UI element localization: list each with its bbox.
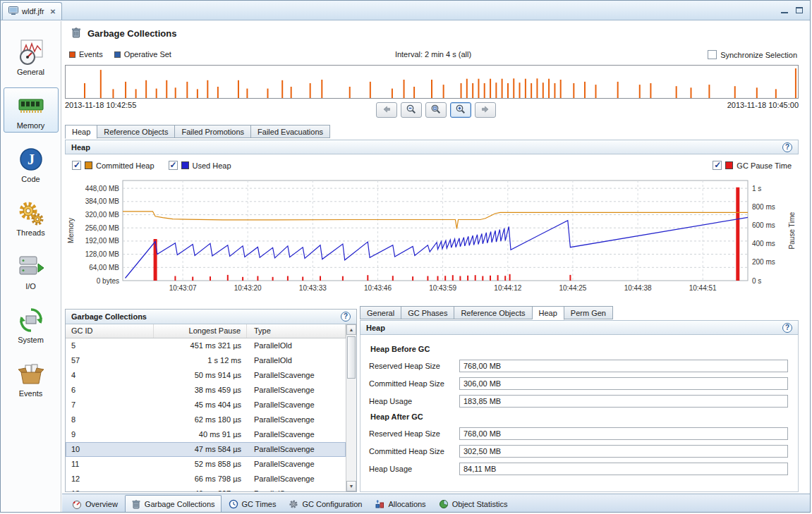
editor-tab-bar: wldf.jfr ✕ (1, 1, 810, 20)
zoom-out-button[interactable] (401, 102, 422, 118)
zoom-selection-button[interactable] (425, 102, 447, 118)
series-checkbox[interactable] (72, 161, 81, 170)
column-header-gc-id[interactable]: GC ID (66, 324, 154, 338)
bottom-tab-garbage-collections[interactable]: Garbage Collections (125, 495, 222, 512)
field-value[interactable]: 768,00 MB (459, 360, 788, 372)
cell-longest-pause: 40 ms 91 µs (154, 427, 247, 442)
app-window: wldf.jfr ✕ GeneralMemoryJCodeThreadsI/OS… (0, 0, 811, 513)
code-icon: J (17, 145, 45, 173)
trash-icon (71, 27, 82, 40)
threads-icon (17, 199, 45, 227)
gc-config-icon (289, 499, 298, 509)
table-row[interactable]: 940 ms 91 µsParallelScavenge (66, 427, 346, 442)
gc-table-title: Garbage Collections (71, 312, 147, 321)
series-label: GC Pause Time (737, 161, 792, 170)
cell-type: ParallelScavenge (247, 457, 346, 472)
scroll-up-icon[interactable]: ▲ (346, 324, 356, 335)
tab-reference-objects[interactable]: Reference Objects (97, 125, 175, 138)
bottom-tab-label: Overview (85, 500, 118, 508)
bottom-tab-gc-times[interactable]: GC Times (223, 496, 282, 512)
table-row[interactable]: 1346 ms 307 µsParallelScavenge (66, 487, 346, 491)
series-checkbox[interactable] (713, 161, 722, 170)
sidebar-item-events[interactable]: Events (4, 355, 59, 400)
zoom-selection-icon (430, 104, 442, 116)
table-row[interactable]: 571 s 12 msParallelOld (66, 353, 346, 368)
detail-tab-heap[interactable]: Heap (533, 306, 564, 320)
field-value[interactable]: 84,11 MB (459, 463, 788, 475)
maximize-icon[interactable] (796, 7, 803, 13)
svg-text:448,00 MB: 448,00 MB (85, 185, 120, 192)
table-scrollbar[interactable]: ▲ ▼ (346, 324, 356, 491)
series-toggle-gc-pause-time: GC Pause Time (713, 161, 792, 170)
column-header-type[interactable]: Type (247, 324, 346, 338)
zoom-in-icon (455, 104, 466, 116)
bottom-tab-gc-configuration[interactable]: GC Configuration (283, 496, 368, 512)
sidebar-item-general[interactable]: General (4, 34, 59, 79)
bottom-tab-allocations[interactable]: Allocations (369, 496, 431, 512)
main-tabs: HeapReference ObjectsFailed PromotionsFa… (65, 125, 330, 138)
table-row[interactable]: 862 ms 180 µsParallelScavenge (66, 412, 346, 427)
detail-field: Heap Usage84,11 MB (369, 463, 788, 475)
editor-tab-wldf-jfr[interactable]: wldf.jfr ✕ (2, 2, 62, 20)
sidebar-item-i-o[interactable]: I/O (4, 248, 59, 293)
bottom-tab-object-statistics[interactable]: Object Statistics (433, 496, 514, 512)
field-value[interactable]: 183,85 MB (459, 395, 788, 408)
detail-tab-general[interactable]: General (360, 306, 401, 319)
detail-tab-reference-objects[interactable]: Reference Objects (454, 306, 532, 319)
table-row[interactable]: 745 ms 404 µsParallelScavenge (66, 398, 346, 412)
svg-text:10:43:33: 10:43:33 (299, 284, 327, 292)
series-checkbox[interactable] (169, 161, 178, 170)
help-icon[interactable]: ? (341, 312, 351, 322)
help-icon[interactable]: ? (782, 142, 792, 152)
content-area: Garbage Collections Events Operative Set… (62, 21, 810, 512)
bottom-tab-overview[interactable]: Overview (66, 496, 123, 512)
file-icon (8, 6, 18, 16)
table-row[interactable]: 1152 ms 858 µsParallelScavenge (66, 457, 346, 472)
scrollbar-thumb[interactable] (347, 336, 356, 379)
field-value[interactable]: 302,50 MB (459, 445, 788, 458)
close-icon[interactable]: ✕ (50, 8, 56, 16)
svg-text:0 s: 0 s (752, 277, 761, 285)
minimize-icon[interactable] (781, 8, 788, 13)
detail-tab-perm-gen[interactable]: Perm Gen (564, 306, 613, 319)
table-row[interactable]: 1266 ms 798 µsParallelScavenge (66, 472, 346, 487)
back-button[interactable] (376, 102, 397, 118)
cell-gc-id: 10 (66, 442, 154, 457)
help-icon[interactable]: ? (782, 323, 792, 333)
cell-longest-pause: 38 ms 459 µs (154, 383, 247, 398)
detail-tab-gc-phases[interactable]: GC Phases (401, 306, 454, 319)
synchronize-selection-checkbox[interactable] (708, 50, 717, 59)
page-title: Garbage Collections (87, 28, 176, 39)
series-label: Used Heap (193, 161, 231, 170)
field-value[interactable]: 306,00 MB (459, 377, 788, 390)
scroll-down-icon[interactable]: ▼ (346, 481, 356, 491)
cell-longest-pause: 62 ms 180 µs (154, 412, 247, 427)
sidebar-item-system[interactable]: System (4, 302, 59, 347)
timeline-chart[interactable] (65, 65, 799, 99)
table-row[interactable]: 450 ms 914 µsParallelScavenge (66, 368, 346, 383)
cell-longest-pause: 46 ms 307 µs (154, 487, 247, 491)
cell-type: ParallelScavenge (247, 442, 346, 457)
timeline-legend-row: Events Operative Set Interval: 2 min 4 s… (69, 50, 797, 61)
sidebar-item-memory[interactable]: Memory (4, 87, 59, 133)
cell-gc-id: 6 (66, 383, 154, 398)
svg-text:800 ms: 800 ms (752, 203, 775, 211)
cell-gc-id: 9 (66, 427, 154, 442)
tab-failed-promotions[interactable]: Failed Promotions (175, 125, 251, 138)
zoom-in-button[interactable] (450, 102, 471, 118)
forward-button[interactable] (475, 102, 496, 118)
tab-heap[interactable]: Heap (65, 125, 97, 139)
table-row[interactable]: 1047 ms 584 µsParallelScavenge (66, 442, 346, 457)
detail-field: Reserved Heap Size768,00 MB (369, 427, 788, 440)
sidebar-item-threads[interactable]: Threads (4, 195, 59, 240)
svg-text:Pause Time: Pause Time (788, 212, 796, 249)
sidebar-item-code[interactable]: JCode (4, 141, 59, 186)
field-value[interactable]: 768,00 MB (459, 427, 788, 440)
table-row[interactable]: 638 ms 459 µsParallelScavenge (66, 383, 346, 398)
tab-failed-evacuations[interactable]: Failed Evacuations (251, 125, 330, 138)
heap-chart[interactable]: 0 bytes64,00 MB128,00 MB192,00 MB256,00 … (65, 175, 799, 305)
table-row[interactable]: 5451 ms 321 µsParallelOld (66, 338, 346, 353)
svg-text:320,00 MB: 320,00 MB (85, 211, 120, 219)
column-header-longest-pause[interactable]: Longest Pause (154, 324, 247, 338)
svg-text:J: J (28, 152, 35, 167)
